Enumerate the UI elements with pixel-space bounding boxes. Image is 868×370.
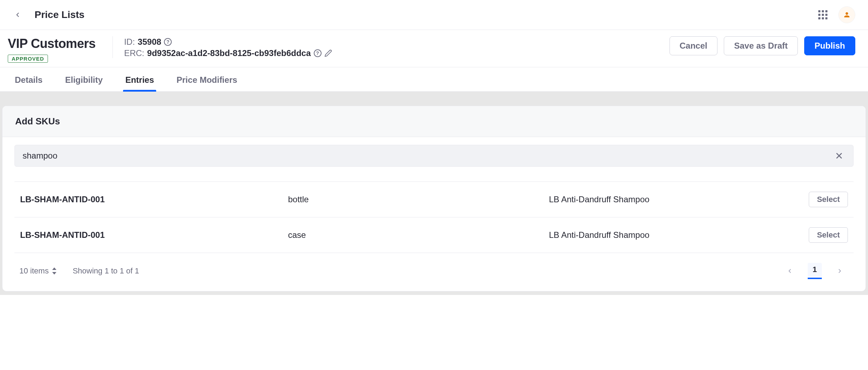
help-icon[interactable]: ? <box>164 38 172 46</box>
chevron-left-icon <box>14 11 21 18</box>
chevron-right-icon <box>837 268 843 274</box>
results-list: LB-SHAM-ANTID-001 bottle LB Anti-Dandruf… <box>14 181 854 253</box>
action-cell: Select <box>799 227 848 243</box>
action-cell: Select <box>799 192 848 207</box>
sku-cell: LB-SHAM-ANTID-001 <box>20 230 281 240</box>
edit-icon[interactable] <box>324 49 332 57</box>
chevron-left-icon <box>787 268 793 274</box>
list-footer: 10 items Showing 1 to 1 of 1 1 <box>14 253 854 281</box>
tab-eligibility[interactable]: Eligibility <box>63 67 105 91</box>
panel-body: LB-SHAM-ANTID-001 bottle LB Anti-Dandruf… <box>2 137 866 291</box>
save-draft-button[interactable]: Save as Draft <box>724 36 798 55</box>
showing-text: Showing 1 to 1 of 1 <box>73 266 139 276</box>
select-button[interactable]: Select <box>809 192 848 207</box>
name-cell: LB Anti-Dandruff Shampoo <box>549 195 791 204</box>
help-icon[interactable]: ? <box>314 49 322 57</box>
tab-entries[interactable]: Entries <box>123 67 156 91</box>
search-wrap <box>14 145 854 167</box>
back-button[interactable] <box>11 8 25 22</box>
publish-button[interactable]: Publish <box>804 36 855 55</box>
content-area: Add SKUs LB-SHAM-ANTID-001 bottle LB Ant… <box>0 92 868 295</box>
user-icon <box>843 11 851 19</box>
status-badge: APPROVED <box>8 55 48 63</box>
erc-row: ERC: 9d9352ac-a1d2-83bd-8125-cb93feb6ddc… <box>124 48 332 58</box>
breadcrumb-title: Price Lists <box>35 9 85 20</box>
current-page[interactable]: 1 <box>808 263 822 279</box>
add-skus-panel: Add SKUs LB-SHAM-ANTID-001 bottle LB Ant… <box>2 106 866 291</box>
result-row: LB-SHAM-ANTID-001 bottle LB Anti-Dandruf… <box>14 181 854 217</box>
prev-page-button[interactable] <box>784 266 795 276</box>
topbar: Price Lists <box>0 0 868 30</box>
name-cell: LB Anti-Dandruff Shampoo <box>549 230 791 240</box>
meta-block: ID: 35908 ? ERC: 9d9352ac-a1d2-83bd-8125… <box>112 36 332 58</box>
select-button[interactable]: Select <box>809 227 848 243</box>
user-avatar-button[interactable] <box>838 6 855 23</box>
next-page-button[interactable] <box>835 266 845 276</box>
title-block: VIP Customers APPROVED <box>8 36 96 63</box>
result-row: LB-SHAM-ANTID-001 case LB Anti-Dandruff … <box>14 217 854 253</box>
clear-search-button[interactable] <box>833 149 845 162</box>
sku-search-input[interactable] <box>23 151 833 161</box>
id-value: 35908 <box>138 37 161 47</box>
apps-grid-icon <box>818 10 827 19</box>
panel-header: Add SKUs <box>2 106 866 137</box>
close-icon <box>835 151 844 160</box>
sku-cell: LB-SHAM-ANTID-001 <box>20 195 281 204</box>
header-actions: Cancel Save as Draft Publish <box>670 36 855 55</box>
page-title: VIP Customers <box>8 36 96 51</box>
tabs: Details Eligibility Entries Price Modifi… <box>0 67 868 92</box>
page-header: VIP Customers APPROVED ID: 35908 ? ERC: … <box>0 30 868 67</box>
unit-cell: case <box>288 230 542 240</box>
id-label: ID: <box>124 37 135 47</box>
list-footer-left: 10 items Showing 1 to 1 of 1 <box>19 266 139 276</box>
topbar-right <box>816 6 855 23</box>
unit-cell: bottle <box>288 195 542 204</box>
header-left: VIP Customers APPROVED ID: 35908 ? ERC: … <box>8 36 332 63</box>
erc-label: ERC: <box>124 48 144 58</box>
cancel-button[interactable]: Cancel <box>670 36 718 55</box>
tab-price-modifiers[interactable]: Price Modifiers <box>175 67 239 91</box>
page-size-label: 10 items <box>19 266 49 276</box>
tab-details[interactable]: Details <box>13 67 45 91</box>
pagination: 1 <box>784 263 849 279</box>
panel-title: Add SKUs <box>15 116 853 127</box>
sort-arrows-icon <box>52 267 57 275</box>
id-row: ID: 35908 ? <box>124 37 332 47</box>
erc-value: 9d9352ac-a1d2-83bd-8125-cb93feb6ddca <box>147 48 311 58</box>
topbar-left: Price Lists <box>11 8 85 22</box>
page-size-dropdown[interactable]: 10 items <box>19 266 57 276</box>
apps-button[interactable] <box>816 8 830 22</box>
